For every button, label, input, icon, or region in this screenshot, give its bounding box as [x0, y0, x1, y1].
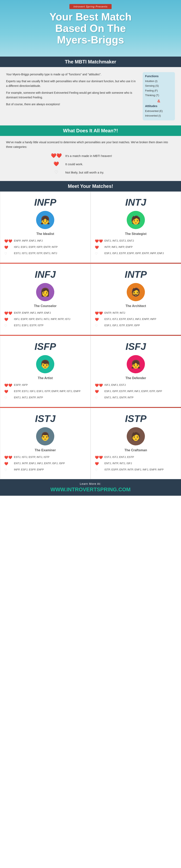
istp-hearts-low: ♡ [95, 468, 103, 472]
isfp-match-mid: ❤️ ESTP, ESTJ, ISFJ, ESFJ, ISTP, ENFP, I… [4, 389, 86, 394]
isfj-hearts-low: ♡ [95, 396, 103, 400]
title-line1: Your Best Match [8, 11, 173, 23]
infj-match-high: ❤️❤️ ENTP, ENFP, INFJ, INFP, ENFJ [4, 311, 86, 315]
sidebar-introverted: Introverted (I) [145, 113, 173, 118]
card-infj: INFJ 👩 The Counselor ❤️❤️ ENTP, ENFP, IN… [0, 264, 90, 335]
isfp-types-mid: ESTP, ESTJ, ISFJ, ESFJ, ISTP, ENFP, INFP… [14, 389, 80, 393]
isfp-avatar-circle: 👦 [36, 355, 54, 373]
infj-hearts-mid: ❤️ [4, 317, 12, 321]
card-isfj: ISFJ 👧 The Defender ❤️❤️ ISFJ, ENFJ, EST… [90, 336, 181, 407]
matchmaker-para4: But of course, there are always exceptio… [6, 102, 137, 106]
sidebar-thinking: Thinking (T) [145, 93, 173, 98]
isfp-type: ISFP [4, 341, 86, 352]
meet-grid-2: INFJ 👩 The Counselor ❤️❤️ ENTP, ENFP, IN… [0, 264, 181, 335]
intp-types-low: ESFJ, ISFJ, ISTP, ESFP, ISFP [105, 323, 140, 328]
isfp-avatar: 👦 [35, 354, 55, 374]
istp-types-low: ISTP, ESFP, ENTP, INTP, ENFJ, INFJ, ENFP… [105, 468, 164, 472]
isfp-hearts-low: ♡ [4, 396, 12, 400]
intp-avatar-circle: 🧔 [127, 283, 145, 301]
legend-text-mid: It could work. [65, 162, 83, 166]
header-banner: Introvert Spring Presents [69, 4, 112, 9]
legend-hearts-low: ♡ [50, 170, 62, 175]
card-isfp: ISFP 👦 The Artist ❤️❤️ ESFP, ISFP ❤️ EST… [0, 336, 90, 407]
istj-avatar: 👨 [35, 426, 55, 446]
istj-hearts-high: ❤️❤️ [4, 455, 12, 459]
intj-match-high: ❤️❤️ ENTJ, INTJ, ESTJ, ENTJ [95, 239, 177, 243]
isfp-name: The Artist [4, 376, 86, 380]
intj-types-high: ENTJ, INTJ, ESTJ, ENTJ [105, 239, 134, 243]
intj-name: The Strategist [95, 232, 177, 236]
istp-match-high: ❤️❤️ ESTJ, ISTJ, ENTJ, ESTP [95, 455, 177, 459]
istp-types-mid: ENTJ, INTP, INTJ, ISFJ [105, 461, 132, 465]
matchmaker-section: Your Myers-Briggs personality type is ma… [0, 67, 181, 125]
footer-url[interactable]: WWW.INTROVERTSPRING.COM [3, 487, 178, 493]
infp-types-low: ESTJ, ISTJ, ESTP, ISTP, ENTJ, INTJ [14, 251, 57, 255]
meet-grid: INFP 👧 The Idealist ❤️❤️ ENFP, INFP, ENF… [0, 191, 181, 263]
infp-avatar-circle: 👧 [36, 211, 54, 229]
legend-item-high: ❤️❤️ It's a match made in MBTI heaven! [50, 153, 131, 158]
istp-hearts-mid: ❤️ [95, 461, 103, 466]
card-istj: ISTJ 👨 The Examiner ❤️❤️ ESTJ, ISTJ, EST… [0, 408, 90, 479]
intj-hearts-mid: ❤️ [95, 245, 103, 249]
intp-hearts-low: ♡ [95, 323, 103, 328]
meaning-section: We've made a handy little visual scoreca… [0, 136, 181, 181]
infj-hearts-low: ♡ [4, 323, 12, 328]
meet-grid-4: ISTJ 👨 The Examiner ❤️❤️ ESTJ, ISTJ, EST… [0, 408, 181, 479]
footer-learn: Learn More At: [3, 482, 178, 486]
meet-grid-3: ISFP 👦 The Artist ❤️❤️ ESFP, ISFP ❤️ EST… [0, 336, 181, 407]
section-header-meet: Meet Your Matches! [0, 181, 181, 191]
istj-types-mid: ENTJ, INTP, ENFJ, INFJ, ENTP, ISFJ, ISFP [14, 461, 65, 465]
footer-section: Learn More At: WWW.INTROVERTSPRING.COM [0, 479, 181, 496]
meaning-intro: We've made a handy little visual scoreca… [6, 140, 175, 149]
intp-avatar: 🧔 [126, 282, 146, 302]
intj-types-low: ESFJ, ISFJ, ESTP, ESFP, ISFP, ENTP, INFP… [105, 251, 164, 255]
isfj-hearts-high: ❤️❤️ [95, 383, 103, 387]
legend-hearts-high: ❤️❤️ [50, 153, 62, 158]
infp-match-mid: ❤️ ISFJ, ESFJ, ESFP, ISFP, ENTP, INTP [4, 245, 86, 249]
ampersand: & [145, 99, 173, 103]
istp-type: ISTP [95, 413, 177, 424]
isfj-match-mid: ❤️ ESFJ, ISFP, ESTP, INFP, INFJ, ESFP, I… [95, 389, 177, 394]
legend-hearts-mid: ❤️ [50, 161, 62, 167]
attitudes-title: Attitudes [145, 104, 173, 108]
intj-avatar-circle: 🧑 [127, 211, 145, 229]
intp-hearts-mid: ❤️ [95, 317, 103, 321]
infj-match-low: ♡ ESTJ, ESFJ, ESTP, ISTP [4, 323, 86, 328]
header-title: Your Best Match Based On The Myers-Brigg… [8, 11, 173, 46]
infp-types-high: ENFP, INFP, ENFJ, INFJ [14, 239, 43, 243]
isfj-types-low: ENTJ, INTJ, ENTP, INTP [105, 396, 134, 400]
isfp-types-high: ESFP, ISFP [14, 383, 28, 387]
legend-text-low: Not likely, but still worth a try. [65, 171, 104, 174]
matchmaker-sidebar: Functions Intuition (I) Sensing (S) Feel… [143, 72, 175, 120]
card-intj: INTJ 🧑 The Strategist ❤️❤️ ENTJ, INTJ, E… [90, 191, 181, 263]
isfj-name: The Defender [95, 376, 177, 380]
intj-avatar: 🧑 [126, 210, 146, 230]
infj-hearts-high: ❤️❤️ [4, 311, 12, 315]
infj-match-mid: ❤️ ISFJ, ESFP, ISFP, ENTJ, INTJ, INFP, I… [4, 317, 86, 321]
istj-match-low: ♡ INFP, ESFJ, ESFP, ENFP [4, 468, 86, 472]
infj-types-mid: ISFJ, ESFP, ISFP, ENTJ, INTJ, INFP, INTP… [14, 317, 70, 321]
legend-item-mid: ❤️ It could work. [50, 161, 131, 167]
matchmaker-para2: Experts say that we usually fit best wit… [6, 79, 137, 88]
isfj-type: ISFJ [95, 341, 177, 352]
istp-types-high: ESTJ, ISTJ, ENTJ, ESTP [105, 455, 134, 459]
infp-hearts-mid: ❤️ [4, 245, 12, 249]
infp-type: INFP [4, 197, 86, 208]
intj-type: INTJ [95, 197, 177, 208]
istj-match-high: ❤️❤️ ESTJ, ISTJ, ESTP, INTJ, ISTP [4, 455, 86, 459]
matchmaker-text: Your Myers-Briggs personality type is ma… [6, 72, 137, 109]
infp-types-mid: ISFJ, ESFJ, ESFP, ISFP, ENTP, INTP [14, 245, 58, 249]
infj-types-low: ESTJ, ESFJ, ESTP, ISTP [14, 323, 43, 328]
infp-name: The Idealist [4, 232, 86, 236]
card-istp: ISTP 🧑 The Craftsman ❤️❤️ ESTJ, ISTJ, EN… [90, 408, 181, 479]
infp-match-low: ♡ ESTJ, ISTJ, ESTP, ISTP, ENTJ, INTJ [4, 251, 86, 255]
infj-avatar-circle: 👩 [36, 283, 54, 301]
matchmaker-para3: For example, someone with dominant Extro… [6, 91, 137, 100]
meet-section: INFP 👧 The Idealist ❤️❤️ ENFP, INFP, ENF… [0, 191, 181, 479]
isfj-types-mid: ESFJ, ISFP, ESTP, INFP, INFJ, ESFP, ISTP… [105, 389, 162, 393]
istj-types-low: INFP, ESFJ, ESFP, ENFP [14, 468, 44, 472]
intp-name: The Architect [95, 304, 177, 308]
sidebar-sensing: Sensing (S) [145, 84, 173, 88]
matchmaker-para1: Your Myers-Briggs personality type is ma… [6, 72, 137, 76]
infj-type: INFJ [4, 269, 86, 280]
